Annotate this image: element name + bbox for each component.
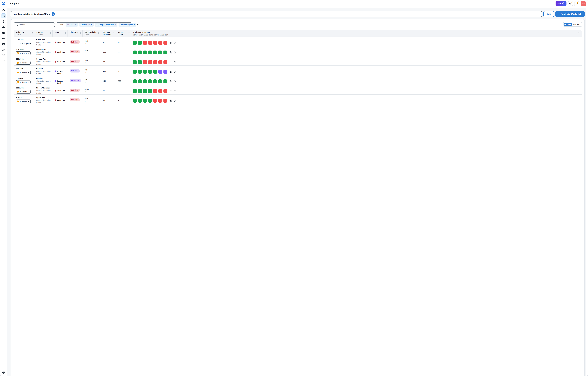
sort-icon	[50, 32, 51, 34]
column-header-on-hand[interactable]: On Hand Inventory	[101, 30, 116, 37]
issue-label: Stock Out	[57, 42, 65, 43]
watchlist-count-badge: 8	[52, 12, 54, 16]
column-header-insight-id[interactable]: Insight ID Status	[14, 30, 34, 37]
issue-label: Excess Stock	[57, 80, 67, 84]
filter-chip-all-statuses[interactable]: All Statuses ✕	[79, 23, 94, 27]
remove-filter-icon[interactable]: ✕	[91, 24, 92, 26]
sidebar-item-orders[interactable]	[2, 31, 5, 34]
sidebar-item-locations[interactable]	[2, 20, 5, 23]
transfer-icon[interactable]	[173, 51, 176, 54]
projection-cell-green	[138, 41, 142, 45]
insight-id: ESR3445	[16, 68, 33, 70]
on-hand-inventory: 950	[101, 46, 116, 56]
remove-filter-icon[interactable]: ✕	[115, 24, 116, 26]
product-location: Atlanta Distribution Center	[36, 80, 52, 85]
status-dropdown[interactable]: In Review	[16, 71, 31, 74]
chevron-down-icon[interactable]	[137, 24, 139, 26]
safety-stock: 200	[116, 85, 131, 94]
insight-id: SOR1632	[16, 87, 33, 89]
status-label: In Review	[20, 62, 27, 64]
projection-cell-red	[143, 60, 147, 64]
column-header-risk-days[interactable]: Risk Days	[67, 30, 82, 37]
analyze-icon[interactable]	[169, 42, 172, 44]
status-dropdown[interactable]: New Insight	[16, 42, 32, 45]
status-label: New Insight	[20, 43, 29, 44]
search-input[interactable]	[18, 24, 54, 26]
projection-cell-green	[158, 79, 162, 83]
product-location: Atlanta Distribution Center	[36, 99, 52, 104]
remove-filter-icon[interactable]: ✕	[133, 24, 135, 26]
issue-label: Stock Out	[57, 51, 65, 53]
on-hand-inventory: 154	[101, 75, 116, 85]
status-dropdown[interactable]: In Review	[16, 51, 31, 55]
binoculars-icon	[2, 15, 5, 17]
filter-chip-soonest-impact[interactable]: Soonest Impact ✕	[118, 23, 136, 27]
on-hand-inventory: 56	[101, 85, 116, 94]
projection-cell-red	[163, 99, 167, 103]
new-insight-icon	[17, 42, 19, 44]
main-content: Inventory Insights for Southeast / Parts…	[7, 8, 184, 104]
analyze-icon[interactable]	[169, 61, 172, 63]
projection-cell-green	[153, 70, 157, 74]
sidebar-item-insights[interactable]	[1, 13, 6, 18]
status-label: In Review	[20, 72, 27, 73]
projection-bars	[133, 79, 169, 83]
column-header-issue[interactable]: Issue	[53, 30, 67, 37]
transfer-icon[interactable]	[173, 42, 176, 44]
column-header-product[interactable]: Product Location	[34, 30, 53, 37]
analyze-icon[interactable]	[169, 99, 172, 102]
column-header-projected-inventory[interactable]: Projected Inventory 11/2811/29 11/3012/0…	[131, 30, 184, 37]
transfer-icon[interactable]	[173, 90, 176, 93]
leaf-icon	[2, 49, 5, 51]
projection-cell-red	[143, 41, 147, 45]
risk-days-badge: In 2 days	[70, 60, 80, 63]
sidebar-item-radar[interactable]	[2, 60, 5, 62]
issue-label: Excess Stock	[57, 70, 67, 74]
analyze-icon[interactable]	[169, 51, 172, 54]
sidebar-item-network[interactable]	[2, 54, 5, 57]
transfer-icon[interactable]	[173, 99, 176, 102]
remove-filter-icon[interactable]: ✕	[75, 24, 76, 26]
issue-label: Stock Out	[57, 90, 65, 92]
insight-id: ESR3456	[16, 77, 33, 79]
column-header-avg-deviation[interactable]: Avg. Deviation Units	[82, 30, 101, 37]
avg-deviation-units: 40	[85, 72, 100, 73]
sidebar-item-inventory[interactable]	[2, 26, 5, 28]
analyze-icon[interactable]	[169, 80, 172, 83]
watchlist-select[interactable]: Inventory Insights for Southeast / Parts…	[11, 11, 184, 17]
projection-cell-green	[133, 79, 137, 83]
transfer-icon[interactable]	[173, 70, 176, 73]
network-icon	[2, 54, 5, 57]
table-row: SOR1632 In Review Shock Absorber Atl	[14, 85, 184, 94]
analyze-icon[interactable]	[169, 90, 172, 93]
safety-stock: 200	[116, 94, 131, 104]
status-dropdown[interactable]: In Review	[16, 61, 31, 65]
avg-deviation-units: 12	[85, 52, 100, 54]
status-dropdown[interactable]: In Review	[16, 90, 31, 94]
table-row: SOR8484 In Review Ignition Coil Atla	[14, 46, 184, 56]
transfer-icon[interactable]	[173, 61, 176, 63]
in-review-clock-icon	[17, 62, 19, 64]
product-location: Atlanta Distribution Center	[36, 61, 52, 65]
sidebar-item-planning[interactable]	[2, 37, 5, 40]
risk-days-badge: In 9 days	[70, 50, 80, 53]
table-row: ESR3456 In Review Oil Filter Atlanta	[14, 75, 184, 85]
column-header-safety-stock[interactable]: Safety Stock	[116, 30, 131, 37]
chevron-down-icon	[28, 91, 29, 93]
transfer-icon[interactable]	[173, 80, 176, 83]
sort-icon	[128, 32, 130, 34]
status-dropdown[interactable]: In Review	[16, 80, 31, 84]
projection-cell-green	[133, 99, 137, 103]
filter-chip-all-risks[interactable]: All Risks ✕	[66, 23, 78, 27]
filter-bar[interactable]: Show All Risks ✕ All Statuses ✕ All Larg…	[57, 22, 132, 27]
sidebar-item-home[interactable]	[2, 9, 5, 11]
product-name: Control Arm	[36, 58, 52, 60]
analyze-icon[interactable]	[169, 70, 172, 73]
projection-cell-green	[133, 89, 137, 93]
filter-chip-largest-deviation[interactable]: All Largest Deiviation ✕	[95, 23, 117, 27]
sidebar-item-schedule[interactable]	[2, 43, 5, 45]
risk-days-badge: In 5 days	[70, 98, 80, 101]
sidebar-item-sustainability[interactable]	[2, 48, 5, 51]
projection-cell-green	[153, 51, 157, 54]
status-dropdown[interactable]: In Review	[16, 100, 31, 103]
